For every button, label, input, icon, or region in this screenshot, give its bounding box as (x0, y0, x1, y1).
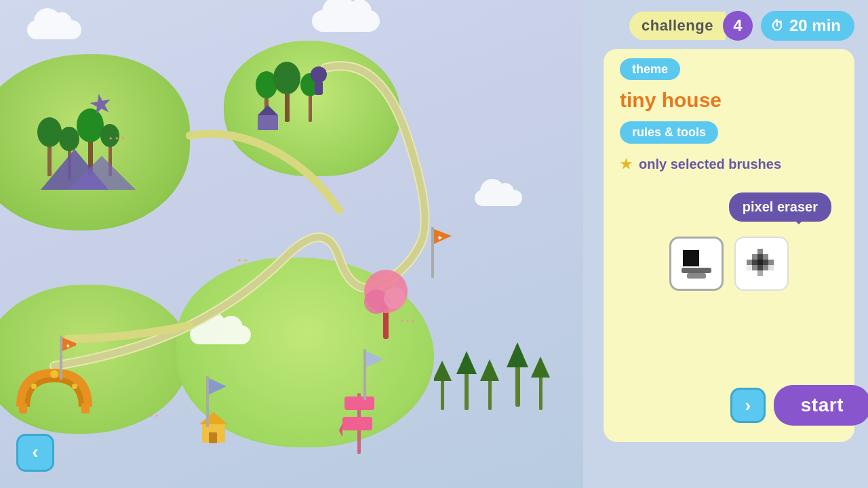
svg-rect-50 (488, 380, 492, 410)
solid-brush-tool[interactable] (669, 237, 724, 291)
timer-icon: ⏱ (770, 18, 784, 34)
cloud-4 (190, 325, 251, 344)
svg-rect-59 (757, 249, 763, 254)
svg-rect-66 (763, 260, 768, 265)
svg-rect-58 (687, 273, 706, 279)
svg-marker-47 (434, 361, 452, 381)
star-bullet-icon: ★ (620, 156, 632, 172)
svg-marker-45 (366, 351, 384, 367)
svg-rect-71 (757, 270, 763, 276)
svg-text:✦: ✦ (437, 234, 443, 242)
svg-rect-39 (431, 227, 434, 278)
trees-center (251, 47, 346, 156)
theme-section: theme (620, 62, 838, 77)
svg-rect-60 (752, 254, 757, 260)
svg-rect-69 (757, 265, 763, 270)
cloud-1 (27, 20, 81, 39)
pixel-eraser-tool[interactable] (734, 237, 789, 291)
star-decoration: ★ (85, 86, 115, 121)
svg-rect-34 (342, 417, 372, 430)
svg-point-28 (72, 384, 77, 389)
svg-marker-43 (209, 378, 226, 394)
svg-rect-42 (206, 376, 209, 427)
svg-rect-18 (258, 115, 278, 130)
svg-rect-65 (757, 260, 763, 265)
cherry-tree (359, 264, 414, 339)
back-button[interactable]: ‹ (16, 434, 54, 472)
svg-text:✦: ✦ (65, 342, 71, 350)
svg-rect-68 (752, 265, 757, 270)
svg-rect-17 (315, 81, 323, 95)
svg-point-16 (311, 66, 327, 83)
svg-point-1 (37, 117, 62, 147)
cloud-2 (312, 10, 380, 32)
rules-section: rules & tools (620, 121, 838, 144)
svg-marker-51 (480, 359, 499, 381)
svg-point-3 (59, 127, 79, 151)
back-arrow-icon: ‹ (32, 441, 38, 463)
tooltip-container: pixel eraser (620, 192, 838, 222)
svg-rect-54 (539, 376, 542, 410)
svg-marker-49 (456, 351, 477, 374)
solid-brush-icon (677, 245, 715, 283)
pixel-eraser-icon (743, 245, 781, 283)
rules-tag: rules & tools (620, 121, 718, 144)
info-card: theme tiny house rules & tools ★ only se… (604, 49, 854, 442)
svg-point-23 (384, 287, 406, 309)
svg-rect-25 (81, 403, 90, 413)
challenge-badge: challenge 4 (629, 11, 753, 41)
rules-text: only selected brushes (639, 157, 781, 172)
svg-marker-53 (507, 342, 528, 367)
svg-rect-70 (763, 265, 768, 270)
flag-1: ✦ (49, 332, 76, 380)
start-row: › start (620, 385, 868, 426)
next-arrow-icon: › (745, 395, 751, 416)
svg-rect-63 (747, 260, 752, 265)
flowers-3: ✦ ✦ ✦ (400, 319, 415, 324)
svg-rect-52 (515, 366, 520, 407)
svg-rect-56 (683, 250, 699, 266)
brush-tools (620, 237, 838, 291)
svg-rect-72 (768, 265, 774, 270)
trees-bottom (434, 325, 570, 461)
challenge-number: 4 (723, 11, 753, 41)
header-row: challenge 4 ⏱ 20 min (597, 11, 854, 41)
brush-tooltip: pixel eraser (729, 192, 831, 222)
timer-badge: ⏱ 20 min (761, 11, 854, 41)
svg-rect-57 (682, 268, 711, 273)
flag-4 (351, 346, 385, 400)
svg-marker-35 (339, 424, 342, 437)
svg-marker-19 (258, 105, 278, 115)
rules-item: ★ only selected brushes (620, 156, 838, 172)
svg-rect-46 (441, 380, 444, 410)
challenge-label: challenge (629, 12, 726, 40)
svg-rect-61 (757, 254, 763, 260)
svg-rect-24 (19, 403, 27, 413)
flowers-2: ✦ ✦ (237, 258, 248, 264)
start-button[interactable]: start (774, 385, 868, 426)
timer-value: 20 min (789, 16, 841, 35)
svg-rect-67 (768, 260, 774, 265)
svg-rect-73 (747, 265, 752, 270)
svg-rect-44 (363, 349, 366, 400)
svg-rect-31 (209, 432, 217, 443)
theme-tag: theme (620, 58, 680, 80)
spacer (620, 300, 838, 370)
svg-point-13 (273, 62, 300, 94)
svg-rect-48 (465, 373, 469, 410)
flag-2: ✦ (419, 224, 453, 278)
svg-rect-64 (752, 260, 757, 265)
flag-3 (194, 373, 228, 427)
cloud-3 (475, 190, 522, 206)
svg-point-27 (31, 384, 37, 389)
svg-rect-62 (763, 254, 768, 260)
flowers-4: ✦ ✦ (149, 413, 159, 419)
map-area: ★ (0, 0, 583, 488)
flowers-1: ✦ ✦ ✦ (108, 136, 125, 142)
svg-marker-55 (531, 357, 550, 378)
right-panel: challenge 4 ⏱ 20 min theme tiny house ru… (583, 0, 868, 488)
svg-rect-36 (60, 336, 62, 380)
next-button[interactable]: › (730, 388, 766, 423)
theme-value: tiny house (620, 89, 838, 112)
